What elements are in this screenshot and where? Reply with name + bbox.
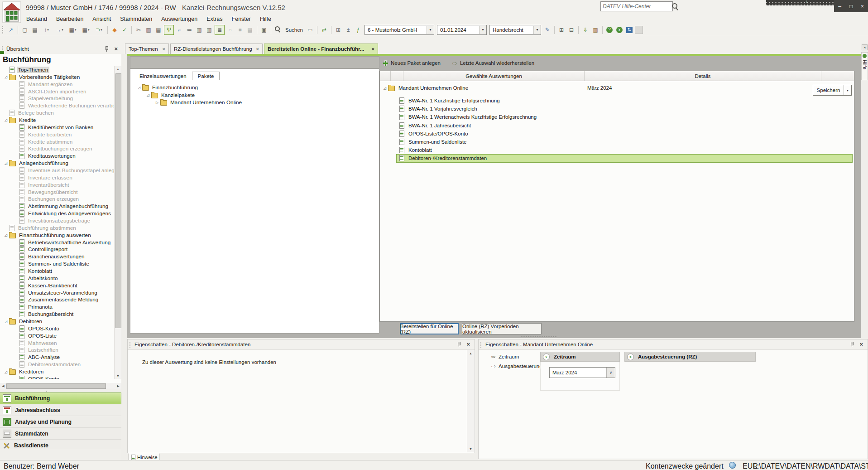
toolbar-item[interactable]: ▾	[18, 26, 18, 34]
toolbar-item[interactable]: ▾	[271, 26, 271, 34]
package-item-row[interactable]: BWA-Nr. 1 Wertenachweis Kurzfristige Erf…	[380, 113, 854, 121]
sidebar-tree-item[interactable]: Top-Themen	[0, 66, 114, 73]
toolbar-item[interactable]: 6 - Musterholz GmbH ▾	[364, 25, 434, 35]
toolbar-item[interactable]: → ▾	[53, 25, 66, 34]
module-nav-item[interactable]: Buchführung	[0, 392, 121, 404]
zeitraum-select[interactable]: März 2024 ∨	[549, 367, 615, 378]
chevron-right-icon[interactable]	[627, 354, 634, 360]
expander-icon[interactable]	[3, 370, 9, 374]
close-button[interactable]: ×	[858, 3, 868, 10]
toolbar-item[interactable]: ⊞ ▾	[334, 25, 343, 34]
menu-item[interactable]: Extras	[202, 16, 227, 22]
sidebar-tree-item[interactable]: Stapelverarbeitung	[0, 95, 114, 102]
package-item-row[interactable]: BWA-Nr. 1 Jahresübersicht	[380, 121, 854, 130]
sidebar-tree-item[interactable]: Inventare aus Buchungsstapel anlegen	[0, 167, 114, 174]
toolbar-item[interactable]: ± ▾	[344, 25, 353, 34]
sidebar-tree-item[interactable]: Kassen-/Bankbericht	[0, 282, 114, 289]
tab-close-icon[interactable]: ×	[256, 46, 259, 52]
toolbar-item[interactable]: ■ ▾	[235, 25, 245, 34]
toolbar-item[interactable]: ▾	[131, 26, 132, 34]
sidebar-tree-item[interactable]: Controllingreport	[0, 246, 114, 253]
section-zeitraum[interactable]: Zeitraum	[540, 352, 620, 362]
sidebar-vertical-scrollbar[interactable]: ▲ ▼	[114, 66, 121, 379]
sidebar-tree-item[interactable]: Kreditübersicht von Banken	[0, 124, 114, 131]
help-tab[interactable]: Hilfe	[861, 52, 868, 80]
toolbar-item[interactable]: ▤ ▾	[154, 25, 163, 34]
toolbar-item[interactable]: ✎ ▾	[543, 25, 552, 34]
menu-item[interactable]: Fenster	[227, 16, 255, 22]
package-root-row[interactable]: Mandant Unternehmen Online März 2024	[380, 83, 854, 93]
package-item-row[interactable]: Debitoren-/Kreditorenstammdaten	[396, 154, 853, 162]
module-nav-item[interactable]: Jahresabschluss	[0, 404, 121, 416]
toolbar-item[interactable]: ✓ ▾	[120, 25, 129, 34]
expander-icon[interactable]	[3, 161, 9, 165]
sidebar-tree-item[interactable]: Kreditoren	[0, 368, 114, 375]
sidebar-tree-item[interactable]: Vorbereitende Tätigkeiten	[0, 73, 114, 81]
toolbar-item[interactable]: ▾	[578, 26, 579, 34]
sidebar-tree-item[interactable]: OPOS-Konto	[0, 325, 114, 332]
scroll-down-icon[interactable]: ▼	[115, 374, 121, 378]
search-icon[interactable]	[672, 3, 678, 10]
sidebar-tree-item[interactable]: Finanzbuchführung auswerten	[0, 232, 114, 239]
sidebar-tree-item[interactable]: Buchungen erzeugen	[0, 195, 114, 203]
menu-item[interactable]: Bearbeiten	[52, 16, 88, 22]
toolbar-item[interactable]: ⇄ ▾	[320, 25, 329, 34]
toolbar-item[interactable]: ⇩ ▾	[581, 25, 590, 34]
package-item-row[interactable]: BWA-Nr. 1 Kurzfristige Erfolgsrechnung	[380, 97, 854, 105]
sidebar-tree-item[interactable]: Kredite bearbeiten	[0, 131, 114, 138]
toolbar-item[interactable]: Handelsrecht ▾	[489, 25, 541, 35]
sidebar-tree-item[interactable]: Entwicklung des Anlagevermögens	[0, 210, 114, 217]
sidebar-tree-item[interactable]: Kreditauswertungen	[0, 152, 114, 160]
toolbar-item[interactable]: ≣ ▾	[215, 25, 225, 35]
save-button[interactable]: Speichern ▾	[813, 85, 852, 96]
toolbar-item[interactable]: ≔ ▾	[185, 25, 194, 34]
expander-icon[interactable]	[136, 86, 142, 90]
panel-vertical-scrollbar[interactable]: ▲ ▼	[467, 350, 474, 452]
sidebar-tree-item[interactable]: ABC-Analyse	[0, 354, 114, 361]
section-ausgabesteuerung[interactable]: Ausgabesteuerung (RZ)	[624, 352, 756, 362]
menu-item[interactable]: Stammdaten	[115, 16, 157, 22]
sidebar-tree-item[interactable]: Summen- und Saldenliste	[0, 260, 114, 267]
close-icon[interactable]: ×	[859, 342, 863, 347]
scrollbar-thumb[interactable]	[115, 73, 121, 328]
maximize-button[interactable]: □	[846, 3, 856, 10]
sidebar-tree-item[interactable]: Buchungsübersicht	[0, 310, 114, 318]
source-tree-item[interactable]: Finanzbuchführung	[130, 84, 379, 92]
toolbar-item[interactable]: ⊞ ▾	[557, 25, 566, 34]
sidebar-tree-item[interactable]: Wiederkehrende Buchungen verarbeit...	[0, 102, 114, 109]
toolbar-item[interactable]: ⌐ ▾	[175, 25, 184, 34]
vertical-splitter[interactable]	[121, 54, 127, 460]
update-previous-periods-button[interactable]: Online (RZ) Vorperioden aktualisieren	[462, 323, 542, 334]
toolbar-item[interactable]: ? ▾	[605, 25, 614, 34]
toolbar-item[interactable]: ↗ ▾	[6, 25, 15, 34]
sidebar-tree-item[interactable]: Zusammenfassende Meldung	[0, 296, 114, 304]
sidebar-horizontal-scrollbar[interactable]: ◀ ▶	[0, 383, 121, 389]
toolbar-item[interactable]: ◆ ▾	[110, 25, 119, 34]
sidebar-tree-item[interactable]: Abstimmung Anlagenbuchführung	[0, 203, 114, 210]
pin-icon[interactable]	[849, 342, 854, 347]
source-tree-item[interactable]: Mandant Unternehmen Online	[130, 99, 379, 107]
toolbar-item[interactable]: ▦ ▾	[80, 25, 92, 34]
package-item-row[interactable]: OPOS-Liste/OPOS-Konto	[380, 130, 854, 138]
tab-pakete[interactable]: Pakete	[192, 72, 220, 80]
expander-icon[interactable]	[3, 320, 9, 324]
sidebar-tree-item[interactable]: Investitionsabzugsbeträge	[0, 217, 114, 224]
sidebar-tree-item[interactable]: ASCII-Daten importieren	[0, 88, 114, 95]
toolbar-item[interactable]: ▤ ▾	[30, 25, 39, 34]
toolbar-item[interactable]: ▥ ▾	[591, 25, 600, 34]
scroll-left-icon[interactable]: ◀	[1, 384, 5, 388]
toolbar-item[interactable]: ▥ ▾	[195, 25, 204, 34]
tab-einzelauswertungen[interactable]: Einzelauswertungen	[134, 72, 192, 80]
toolbar-item[interactable]: ○ ▾	[225, 25, 235, 34]
sidebar-tree-item[interactable]: Primanota	[0, 303, 114, 310]
header-details[interactable]: Details	[585, 71, 821, 81]
sidebar-tree-item[interactable]: Bewegungsübersicht	[0, 189, 114, 196]
scroll-down-icon[interactable]: ▼	[467, 447, 474, 451]
expander-icon[interactable]	[145, 93, 151, 97]
scroll-up-icon[interactable]: ▲	[467, 352, 474, 355]
module-nav-item[interactable]: Stammdaten	[0, 428, 121, 440]
new-package-button[interactable]: Neues Paket anlegen	[383, 60, 441, 66]
toolbar-item[interactable]: ▾	[317, 26, 317, 34]
tab-close-icon[interactable]: ×	[163, 46, 165, 52]
sidebar-tree-item[interactable]: Betriebswirtschaftliche Auswertung	[0, 239, 114, 246]
